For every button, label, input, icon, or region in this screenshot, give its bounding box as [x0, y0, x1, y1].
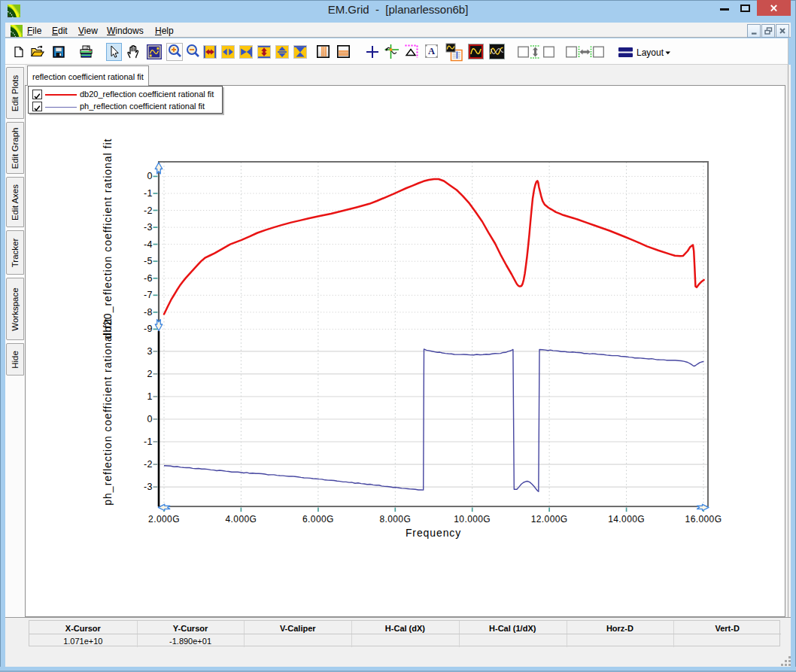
- svg-text:10.000G: 10.000G: [454, 514, 491, 525]
- svg-text:6.000G: 6.000G: [302, 514, 334, 525]
- svg-text:8.000G: 8.000G: [379, 514, 411, 525]
- svg-text:1: 1: [147, 391, 153, 402]
- svg-text:-3: -3: [144, 482, 153, 492]
- svg-text:-5: -5: [144, 256, 153, 266]
- svg-text:db20_reflection coefficient ra: db20_reflection coefficient rational fit: [102, 138, 114, 339]
- svg-text:-2: -2: [144, 459, 153, 470]
- svg-text:-1: -1: [144, 436, 153, 447]
- svg-text:-9: -9: [144, 324, 153, 334]
- svg-text:Frequency: Frequency: [406, 527, 461, 539]
- svg-text:4.000G: 4.000G: [226, 514, 257, 525]
- svg-text:ph_reflection coefficient rati: ph_reflection coefficient rational fit: [102, 318, 114, 505]
- svg-text:12.000G: 12.000G: [531, 514, 568, 525]
- svg-text:2.000G: 2.000G: [148, 514, 180, 525]
- svg-text:-7: -7: [144, 290, 153, 300]
- svg-text:0: 0: [147, 414, 153, 424]
- svg-text:-3: -3: [144, 222, 153, 233]
- svg-text:0: 0: [147, 171, 153, 181]
- svg-text:-6: -6: [144, 273, 153, 284]
- svg-text:-8: -8: [144, 307, 153, 318]
- svg-text:-1: -1: [144, 188, 153, 199]
- svg-text:14.000G: 14.000G: [608, 514, 645, 525]
- svg-text:3: 3: [147, 346, 153, 357]
- svg-text:-2: -2: [144, 205, 153, 216]
- svg-text:16.000G: 16.000G: [685, 514, 722, 525]
- svg-text:-4: -4: [144, 239, 153, 250]
- svg-text:2: 2: [147, 369, 153, 379]
